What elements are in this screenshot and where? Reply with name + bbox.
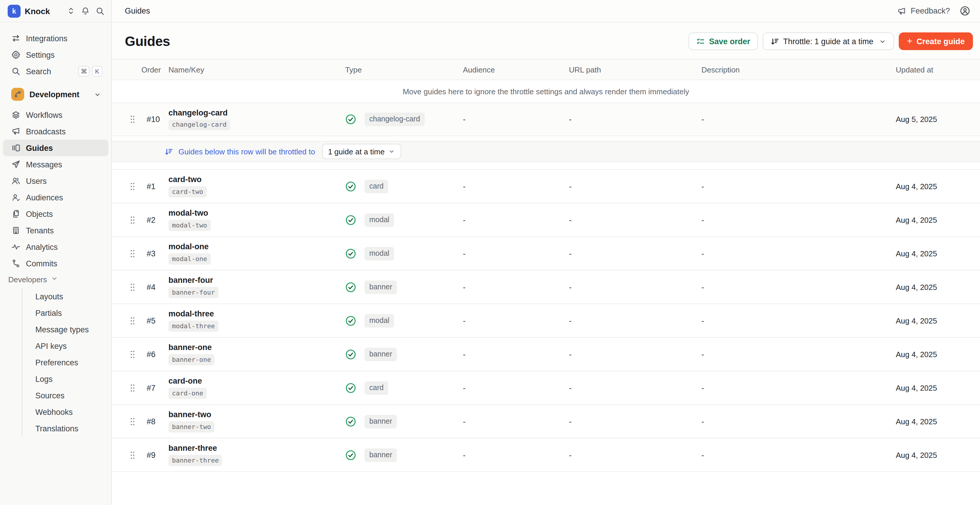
type-cell: changelog-card	[345, 113, 463, 126]
save-order-button[interactable]: Save order	[689, 32, 758, 50]
updated-at-value: Aug 4, 2025	[896, 417, 980, 426]
sidebar-item-commits[interactable]: Commits	[3, 255, 108, 272]
drag-handle[interactable]	[124, 182, 142, 191]
header-actions: Save order Throttle: 1 guide at a time +…	[689, 32, 973, 50]
sidebar-item-sources[interactable]: Sources	[22, 387, 111, 404]
sidebar-item-webhooks[interactable]: Webhooks	[22, 404, 111, 420]
audience-value: -	[463, 350, 569, 358]
column-type: Type	[345, 65, 463, 74]
type-badge: card	[364, 179, 388, 193]
guide-key: card-one	[169, 388, 207, 399]
guide-key: card-two	[169, 186, 207, 198]
sidebar-item-search[interactable]: Search⌘K	[3, 63, 108, 80]
description-value: -	[702, 215, 896, 224]
url-path-value: -	[569, 282, 702, 292]
drag-handle[interactable]	[124, 215, 142, 224]
table-row: #9banner-threebanner-threebanner---Aug 4…	[112, 438, 980, 472]
sidebar-item-broadcasts[interactable]: Broadcasts	[3, 123, 108, 140]
sidebar-item-guides[interactable]: Guides	[3, 140, 108, 156]
sidebar-item-logs[interactable]: Logs	[22, 371, 111, 387]
updated-at-value: Aug 4, 2025	[896, 215, 980, 224]
sidebar-item-integrations[interactable]: Integrations	[3, 30, 108, 46]
environment-icon-tile	[11, 88, 24, 101]
sidebar-item-label: Workflows	[26, 110, 62, 119]
environment-label: Development	[29, 90, 80, 99]
workspace-selector-icon[interactable]	[67, 6, 75, 15]
name-key-cell: modal-twomodal-two	[169, 209, 345, 231]
sidebar-item-users[interactable]: Users	[3, 173, 108, 189]
sort-descending-icon	[770, 37, 779, 46]
sidebar-item-workflows[interactable]: Workflows	[3, 107, 108, 123]
description-value: -	[702, 451, 896, 459]
commits-icon	[11, 259, 21, 268]
updated-at-value: Aug 4, 2025	[896, 451, 980, 459]
drag-handle[interactable]	[124, 282, 142, 292]
guide-name: modal-one	[169, 242, 209, 251]
table-row: #10changelog-cardchangelog-cardchangelog…	[112, 102, 980, 136]
account-menu-button[interactable]	[959, 5, 970, 16]
type-badge: modal	[364, 213, 394, 226]
throttle-dropdown-button[interactable]: Throttle: 1 guide at a time	[763, 32, 894, 50]
sidebar-item-objects[interactable]: Objects	[3, 206, 108, 222]
type-badge: banner	[364, 448, 397, 462]
updated-at-value: Aug 4, 2025	[896, 383, 980, 392]
type-badge: banner	[364, 347, 397, 361]
search-icon[interactable]	[95, 6, 105, 16]
notifications-bell-icon[interactable]	[81, 6, 90, 16]
sidebar-item-translations[interactable]: Translations	[22, 420, 111, 436]
create-guide-button[interactable]: + Create guide	[899, 32, 973, 50]
drag-handle[interactable]	[124, 417, 142, 426]
sidebar-item-audiences[interactable]: Audiences	[3, 189, 108, 206]
order-number: #1	[142, 182, 169, 191]
throttle-amount-select[interactable]: 1 guide at a time	[322, 144, 401, 159]
sidebar-item-tenants[interactable]: Tenants	[3, 222, 108, 239]
url-path-value: -	[569, 249, 702, 258]
type-cell: modal	[345, 247, 463, 260]
drag-handle[interactable]	[124, 249, 142, 258]
kbd-key: K	[92, 66, 102, 76]
kbd-key: ⌘	[78, 66, 89, 76]
sidebar-item-messages[interactable]: Messages	[3, 156, 108, 173]
sidebar-item-partials[interactable]: Partials	[22, 305, 111, 321]
developers-label-text: Developers	[8, 275, 47, 284]
drag-handle[interactable]	[124, 316, 142, 325]
page-title: Guides	[125, 33, 170, 49]
updated-at-value: Aug 4, 2025	[896, 182, 980, 191]
status-active-check-icon	[345, 214, 356, 225]
description-value: -	[702, 316, 896, 325]
sidebar-item-label: Settings	[26, 50, 55, 59]
sidebar-item-layouts[interactable]: Layouts	[22, 288, 111, 305]
name-key-cell: card-onecard-one	[169, 376, 345, 399]
drag-handle[interactable]	[124, 451, 142, 459]
drag-handle[interactable]	[124, 350, 142, 358]
topbar-right: Feedback?	[897, 5, 970, 16]
sidebar-item-analytics[interactable]: Analytics	[3, 239, 108, 255]
feedback-button[interactable]: Feedback?	[897, 6, 950, 16]
developers-group-label[interactable]: Developers	[0, 272, 111, 287]
updated-at-value: Aug 4, 2025	[896, 282, 980, 292]
audience-value: -	[463, 417, 569, 426]
type-cell: banner	[345, 280, 463, 294]
ignore-throttle-hint: Move guides here to ignore the throttle …	[112, 80, 980, 102]
url-path-value: -	[569, 182, 702, 191]
guide-key: banner-three	[169, 455, 222, 466]
guide-name: banner-three	[169, 444, 217, 452]
sidebar-item-preferences[interactable]: Preferences	[22, 354, 111, 371]
sidebar-item-api-keys[interactable]: API keys	[22, 338, 111, 354]
type-cell: modal	[345, 314, 463, 327]
save-order-label: Save order	[709, 37, 750, 46]
sidebar-item-settings[interactable]: Settings	[3, 46, 108, 63]
guide-name: card-two	[169, 175, 202, 184]
feedback-label: Feedback?	[910, 6, 950, 15]
name-key-cell: card-twocard-two	[169, 175, 345, 198]
type-badge: banner	[364, 280, 397, 294]
analytics-icon	[11, 242, 21, 252]
workspace-switcher[interactable]: k Knock	[0, 0, 111, 22]
drag-handle[interactable]	[124, 115, 142, 124]
sidebar-item-message-types[interactable]: Message types	[22, 321, 111, 338]
drag-handle[interactable]	[124, 383, 142, 392]
order-number: #5	[142, 316, 169, 325]
updated-at-value: Aug 4, 2025	[896, 350, 980, 358]
column-audience: Audience	[463, 65, 569, 74]
environment-switcher[interactable]: Development	[3, 86, 108, 102]
